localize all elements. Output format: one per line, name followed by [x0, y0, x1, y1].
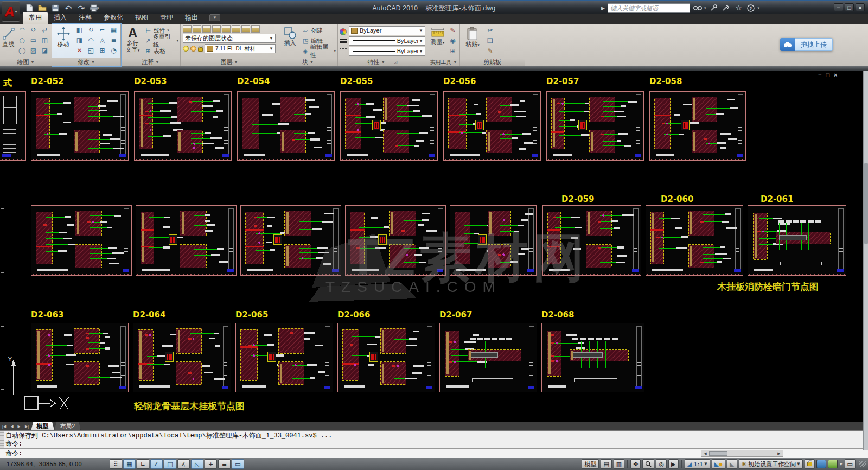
- color-wheel-icon[interactable]: [340, 28, 347, 35]
- model-space-button[interactable]: 模型: [582, 459, 599, 469]
- quick-view-drawings-icon[interactable]: ▥: [614, 459, 624, 469]
- layer-tool-icon-6[interactable]: [241, 25, 250, 33]
- toolbar-lock-icon[interactable]: [805, 459, 815, 469]
- ribbon-tab-参数化[interactable]: 参数化: [98, 12, 129, 24]
- snap-toggle[interactable]: ⠿: [110, 459, 122, 469]
- qp-toggle[interactable]: ▭: [232, 459, 244, 469]
- layer-tool-icon-4[interactable]: [222, 25, 231, 33]
- linetype-select[interactable]: ByLayer▼: [349, 47, 425, 56]
- layer-tool-icon-0[interactable]: [183, 25, 192, 33]
- layer-tool-icon-7[interactable]: [251, 25, 260, 33]
- otrack-toggle[interactable]: ∡: [177, 459, 190, 469]
- hscroll-right-icon[interactable]: ▶: [775, 450, 783, 456]
- copy-icon[interactable]: ◧: [74, 26, 85, 35]
- annotation-autoscale-icon[interactable]: ◣: [727, 459, 737, 469]
- steering-wheel-icon[interactable]: ◎: [656, 459, 667, 469]
- lineweight-icon[interactable]: [340, 37, 347, 45]
- block-attr-button[interactable]: ◈编辑属性▾: [302, 47, 336, 56]
- favorites-star-icon[interactable]: ☆: [733, 3, 743, 13]
- communication-center-icon[interactable]: [721, 3, 731, 13]
- ribbon-tab-视图[interactable]: 视图: [129, 12, 154, 24]
- hscroll-left-icon[interactable]: ◀: [701, 450, 709, 456]
- quick-view-layouts-icon[interactable]: ▤: [601, 459, 611, 469]
- arc-icon[interactable]: ◠: [17, 26, 27, 35]
- help-drop-icon[interactable]: ▾: [757, 6, 760, 10]
- panel-caption-utilities[interactable]: 实用工具▼: [427, 58, 459, 66]
- showmotion-icon[interactable]: ▶: [668, 459, 678, 469]
- layer-tool-icon-3[interactable]: [212, 25, 221, 33]
- vertical-scrollbar[interactable]: [863, 71, 868, 450]
- mirror-icon[interactable]: ◬: [97, 36, 107, 45]
- block-create-button[interactable]: ▱创建: [302, 26, 336, 35]
- panel-caption-block[interactable]: 块▼: [278, 58, 337, 66]
- workspace-switch-button[interactable]: ✱ 初始设置工作空间▼: [739, 459, 803, 469]
- stretch-icon[interactable]: ◨: [74, 36, 85, 45]
- panel-caption-properties[interactable]: 特性▼◿: [338, 58, 427, 66]
- layout-nav-icon-2[interactable]: ▶: [16, 422, 23, 430]
- ribbon-tab-输出[interactable]: 输出: [179, 12, 204, 24]
- lwt-toggle[interactable]: ≡: [218, 459, 231, 469]
- upload-float-button[interactable]: 拖拽上传: [780, 38, 833, 51]
- linetype-icon[interactable]: [340, 47, 347, 54]
- layout-tab-模型[interactable]: 模型: [31, 422, 54, 430]
- search-icon[interactable]: [693, 3, 703, 13]
- plugin-blue-icon[interactable]: [816, 460, 826, 468]
- layer-tool-icon-5[interactable]: [232, 25, 240, 33]
- quick-select-icon[interactable]: ✎: [448, 26, 458, 35]
- ribbon-tab-注释[interactable]: 注释: [73, 12, 98, 24]
- ducs-toggle[interactable]: ◺: [191, 459, 203, 469]
- polar-toggle[interactable]: ∠: [150, 459, 163, 469]
- move-button[interactable]: 移动: [54, 25, 73, 56]
- copy-clip-icon[interactable]: ❏: [485, 36, 495, 46]
- infocenter-collapse-icon[interactable]: ▶: [601, 5, 605, 11]
- horizontal-scrollbar[interactable]: ◀ ▶: [701, 450, 783, 457]
- calculator-icon[interactable]: ⊞: [448, 47, 458, 56]
- close-button[interactable]: ×: [856, 3, 865, 11]
- layer-state-select[interactable]: 未保存的图层状态▼: [183, 34, 276, 43]
- line-button[interactable]: 直线: [2, 25, 15, 56]
- panel-caption-layers[interactable]: 图层▼: [181, 58, 278, 66]
- ribbon-tab-插入[interactable]: 插入: [48, 12, 73, 24]
- hscroll-thumb[interactable]: [709, 451, 727, 456]
- ribbon-tab-管理[interactable]: 管理: [154, 12, 179, 24]
- polyline-icon[interactable]: ↺: [28, 26, 39, 35]
- offset-icon[interactable]: ≡: [108, 36, 119, 45]
- trim-icon[interactable]: ⌐: [97, 26, 107, 35]
- point-id-icon[interactable]: ◉: [448, 36, 458, 46]
- erase-icon[interactable]: ✕: [74, 46, 85, 55]
- pan-icon[interactable]: ✥: [630, 459, 641, 469]
- lineweight-select[interactable]: ByLayer▼: [349, 36, 425, 46]
- multileader-button[interactable]: ↗多重引线▾: [144, 36, 178, 46]
- rectangle-icon[interactable]: ▭: [28, 36, 39, 45]
- status-menu-drop-icon[interactable]: ▼: [839, 462, 843, 466]
- app-menu-button[interactable]: A▾: [2, 1, 20, 22]
- measure-button[interactable]: 测量▾: [429, 25, 446, 56]
- chamfer-icon[interactable]: ◔: [108, 46, 119, 55]
- panel-caption-draw[interactable]: 绘图▼: [0, 58, 52, 66]
- doc-minimize-button[interactable]: −: [818, 72, 821, 78]
- search-drop-icon[interactable]: ▾: [704, 6, 706, 10]
- resize-grip[interactable]: [859, 461, 866, 467]
- paste-button[interactable]: 粘贴▾: [462, 25, 483, 56]
- layout-nav-icon-0[interactable]: |◀: [0, 422, 8, 430]
- restore-button[interactable]: □: [845, 3, 854, 11]
- gradient-icon[interactable]: ◪: [40, 46, 50, 55]
- zoom-icon[interactable]: [642, 459, 654, 469]
- circle-icon[interactable]: ○: [17, 36, 27, 45]
- help-icon[interactable]: ?: [746, 3, 756, 13]
- hatch-icon[interactable]: ▨: [28, 46, 39, 55]
- layer-select[interactable]: 7.11-EL-DL-材料▼: [205, 44, 276, 53]
- layer-on-icon[interactable]: [183, 46, 189, 52]
- layer-tool-icon-1[interactable]: [193, 25, 201, 33]
- minimize-button[interactable]: −: [834, 3, 843, 11]
- layout-nav-icon-1[interactable]: ◀: [8, 422, 15, 430]
- ortho-toggle[interactable]: ∟: [137, 459, 149, 469]
- rotate-icon[interactable]: ↻: [86, 26, 96, 35]
- panel-caption-annotate[interactable]: 注释▼: [121, 58, 180, 66]
- scale-icon[interactable]: ⊞: [97, 46, 107, 55]
- grid-toggle[interactable]: ▦: [123, 459, 136, 469]
- vscroll-thumb[interactable]: [864, 163, 868, 244]
- insert-block-button[interactable]: 插入: [280, 25, 300, 56]
- mtext-button[interactable]: A 多行文字▾: [123, 25, 143, 56]
- region-icon[interactable]: ◫: [40, 36, 50, 45]
